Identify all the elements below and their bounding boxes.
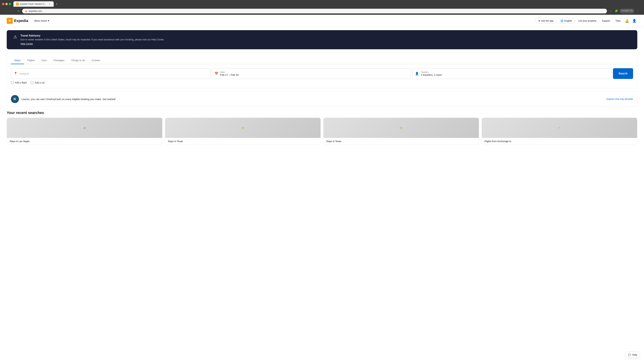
- advisory-content: Travel Advisory Due to winter weather in…: [20, 34, 164, 45]
- card-image-3: ✈: [482, 118, 637, 138]
- recent-searches-section: Your recent searches 🏙 Stays in Las Vega…: [7, 111, 637, 145]
- list-property-button[interactable]: List your property: [576, 18, 598, 23]
- add-flight-checkbox[interactable]: [11, 81, 14, 84]
- more-travel-label: More travel: [34, 19, 47, 22]
- travelers-value: 2 travelers, 1 room: [421, 73, 442, 76]
- logo-icon: ✈: [7, 18, 13, 24]
- toolbar-icons: ☆ 🧩 Incognito (2) ⋮: [608, 9, 640, 13]
- globe-icon: 🌐: [560, 19, 563, 22]
- trips-button[interactable]: Trips: [613, 18, 622, 23]
- get-app-label: Get the app: [541, 19, 554, 22]
- card-title-3: Flights from Anchorage to: [484, 140, 634, 143]
- card-image-0: 🏙: [7, 118, 162, 138]
- search-widget: Stays Flights Cars Packages Things to do…: [7, 53, 637, 88]
- add-car-label: Add a car: [35, 81, 45, 84]
- address-text: expedia.com: [29, 10, 604, 12]
- onekey-avatar: K: [11, 95, 19, 103]
- travelers-field[interactable]: 👤 Travelers 2 travelers, 1 room: [412, 68, 612, 79]
- dates-field[interactable]: 📅 Dates Feb 17 – Feb 20: [212, 68, 411, 79]
- window-close-button[interactable]: [2, 3, 4, 5]
- logo-text: Expedia: [14, 18, 28, 23]
- location-icon: 📍: [14, 72, 18, 75]
- add-flight-label: Add a flight: [15, 81, 27, 84]
- card-content-2: Stays in Texas: [324, 138, 479, 145]
- notifications-button[interactable]: 🔔: [624, 18, 630, 24]
- tab-title: Expedia Travel: Vacation Home...: [20, 3, 47, 5]
- browser-chrome: E Expedia Travel: Vacation Home... ✕ + ←…: [0, 0, 644, 15]
- tab-flights[interactable]: Flights: [24, 57, 38, 64]
- tab-things-to-do[interactable]: Things to do: [68, 57, 88, 64]
- dates-content: Dates Feb 17 – Feb 20: [220, 71, 239, 76]
- tab-cruises[interactable]: Cruises: [88, 57, 104, 64]
- new-tab-button[interactable]: +: [54, 2, 59, 6]
- help-label: Help: [632, 354, 637, 356]
- card-image-1: 🌾: [165, 118, 320, 138]
- add-car-checkbox[interactable]: [31, 81, 33, 84]
- expedia-logo[interactable]: ✈ Expedia: [7, 18, 28, 24]
- warning-icon: ⚠: [14, 34, 17, 39]
- list-property-label: List your property: [578, 19, 596, 22]
- address-bar-row: ← → ↻ 🔒 expedia.com ☆ 🧩 Incognito (2) ⋮: [2, 8, 642, 15]
- search-button[interactable]: Search: [613, 68, 633, 79]
- card-image-2: 🌾: [324, 118, 479, 138]
- more-travel-button[interactable]: More travel ▾: [32, 18, 51, 24]
- dates-value: Feb 17 – Feb 20: [220, 73, 239, 76]
- card-title-1: Stays in Texas: [168, 140, 318, 143]
- language-button[interactable]: 🌐 English: [558, 18, 575, 24]
- tab-packages[interactable]: Packages: [50, 57, 68, 64]
- user-icon: 👤: [632, 19, 636, 23]
- onekey-benefits-link[interactable]: Explore One Key benefits: [606, 98, 633, 100]
- tab-cars[interactable]: Cars: [38, 57, 50, 64]
- recent-card-0[interactable]: 🏙 Stays in Las Vegas: [7, 118, 162, 145]
- forward-button[interactable]: →: [10, 9, 15, 13]
- destination-field[interactable]: 📍 Going to: [11, 68, 210, 79]
- person-icon: 👤: [415, 72, 419, 75]
- chat-icon: 💬: [628, 354, 631, 356]
- address-bar[interactable]: 🔒 expedia.com: [22, 9, 607, 13]
- travelers-label: Travelers: [421, 71, 442, 73]
- recent-search-cards: 🏙 Stays in Las Vegas 🌾 Stays in Texas 🌾 …: [7, 118, 637, 145]
- window-maximize-button[interactable]: [9, 3, 11, 5]
- search-fields: 📍 Going to 📅 Dates Feb 17 – Feb 20 👤 Tra…: [11, 68, 633, 79]
- search-tabs: Stays Flights Cars Packages Things to do…: [11, 57, 633, 64]
- language-label: English: [564, 19, 572, 22]
- window-minimize-button[interactable]: [5, 3, 8, 5]
- get-app-button[interactable]: ⬇ Get the app: [535, 18, 556, 24]
- recent-card-3[interactable]: ✈ Flights from Anchorage to: [482, 118, 637, 145]
- support-button[interactable]: Support: [600, 18, 612, 23]
- download-icon: ⬇: [538, 19, 540, 22]
- tab-favicon: E: [16, 3, 19, 5]
- page-content: ✈ Expedia More travel ▾ ⬇ Get the app 🌐 …: [0, 15, 644, 362]
- lock-icon: 🔒: [25, 10, 27, 12]
- card-content-1: Stays in Texas: [165, 138, 320, 145]
- advisory-banner: ⚠ Travel Advisory Due to winter weather …: [7, 30, 637, 49]
- recent-card-2[interactable]: 🌾 Stays in Texas: [323, 118, 479, 145]
- reload-button[interactable]: ↻: [16, 9, 21, 13]
- card-title-0: Stays in Las Vegas: [10, 140, 160, 143]
- help-button[interactable]: 💬 Help: [625, 352, 640, 358]
- user-account-button[interactable]: 👤: [631, 18, 637, 24]
- recent-searches-title: Your recent searches: [7, 111, 637, 115]
- bell-icon: 🔔: [625, 19, 629, 23]
- advisory-body: Due to winter weather in the United Stat…: [20, 38, 164, 41]
- card-content-0: Stays in Las Vegas: [7, 138, 162, 145]
- travelers-content: Travelers 2 travelers, 1 room: [421, 71, 442, 76]
- tab-close-button[interactable]: ✕: [48, 3, 51, 5]
- bookmark-button[interactable]: ☆: [608, 9, 613, 13]
- tab-bar: E Expedia Travel: Vacation Home... ✕ +: [14, 1, 59, 7]
- incognito-badge[interactable]: Incognito (2): [620, 9, 634, 13]
- back-button[interactable]: ←: [4, 9, 9, 13]
- extensions-button[interactable]: 🧩: [614, 9, 619, 13]
- browser-top-bar: E Expedia Travel: Vacation Home... ✕ +: [2, 1, 642, 7]
- recent-card-1[interactable]: 🌾 Stays in Texas: [165, 118, 321, 145]
- advisory-help-link[interactable]: Help Center: [20, 42, 33, 45]
- destination-content: Going to: [20, 72, 29, 75]
- tab-stays[interactable]: Stays: [11, 57, 24, 64]
- onekey-banner: K Lauren, you can earn OneKeyCash on eve…: [7, 91, 637, 107]
- add-car-checkbox-label[interactable]: Add a car: [31, 81, 45, 84]
- add-flight-checkbox-label[interactable]: Add a flight: [11, 81, 27, 84]
- search-extras: Add a flight Add a car: [11, 81, 633, 84]
- browser-menu-button[interactable]: ⋮: [635, 9, 640, 13]
- card-content-3: Flights from Anchorage to: [482, 138, 637, 145]
- active-tab[interactable]: E Expedia Travel: Vacation Home... ✕: [14, 1, 54, 7]
